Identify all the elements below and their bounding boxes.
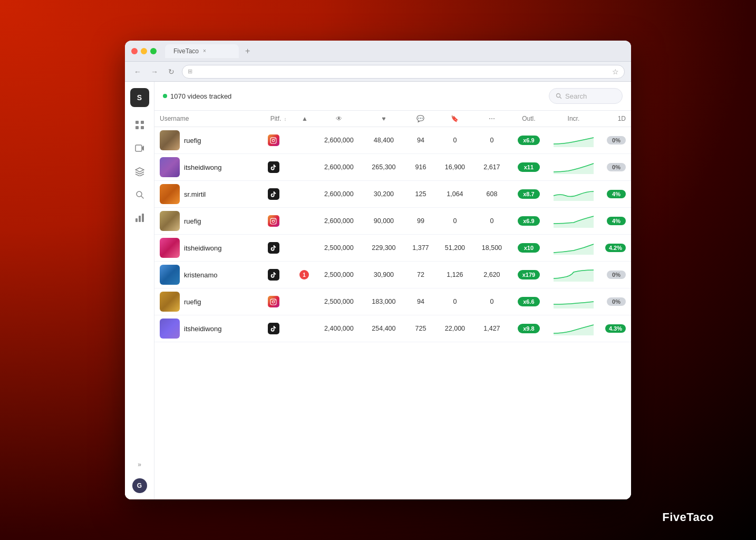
- svg-rect-8: [142, 214, 144, 222]
- tab-title: FiveTaco: [173, 47, 199, 55]
- col-increase[interactable]: Incr.: [547, 111, 600, 127]
- logo-letter: S: [137, 93, 142, 102]
- browser-window: FiveTaco × + ← → ↻ ⊞ ☆ S: [125, 41, 631, 499]
- sidebar-item-layers[interactable]: [130, 162, 149, 181]
- search-icon: [556, 93, 562, 99]
- col-bookmarks[interactable]: 🔖: [437, 111, 473, 127]
- minimize-button[interactable]: [141, 48, 147, 54]
- outlier-badge: x8.7: [518, 189, 540, 199]
- outlier-badge: x10: [518, 243, 540, 253]
- outlier-badge: x11: [518, 162, 540, 172]
- svg-point-9: [557, 94, 560, 98]
- cell-outlier: x11: [510, 154, 547, 181]
- instagram-icon: [268, 215, 279, 227]
- cell-platform: [263, 208, 294, 235]
- mini-chart: [553, 321, 595, 336]
- cell-percent: 4.3%: [600, 315, 631, 342]
- svg-point-17: [273, 301, 275, 303]
- table-row[interactable]: ruefig 2,600,000 48,400 94 0 0 x6.9: [154, 127, 631, 154]
- new-tab-button[interactable]: +: [245, 46, 250, 56]
- cell-shares: 2,620: [473, 262, 510, 288]
- sidebar-item-grid[interactable]: [130, 115, 149, 134]
- col-views[interactable]: 👁: [315, 111, 363, 127]
- outlier-badge: x9.8: [518, 324, 540, 333]
- col-comments[interactable]: 💬: [405, 111, 437, 127]
- cell-shares: 0: [473, 127, 510, 154]
- svg-rect-2: [135, 126, 139, 129]
- outlier-badge: x6.6: [518, 297, 540, 306]
- sidebar-expand-button[interactable]: »: [130, 455, 149, 474]
- search-box[interactable]: Search: [549, 88, 623, 104]
- col-pitf[interactable]: Pitf. ↕: [263, 111, 294, 127]
- cell-bookmarks: 0: [437, 127, 473, 154]
- green-dot: [163, 94, 167, 98]
- tiktok-icon: [268, 269, 279, 281]
- username-text: sr.mirtil: [184, 190, 206, 198]
- mini-chart: [553, 186, 595, 202]
- table-row[interactable]: itsheidiwong 2,500,000 229,300 1,377 51,…: [154, 235, 631, 262]
- cell-bookmarks: 51,200: [437, 235, 473, 262]
- cell-percent: 0%: [600, 127, 631, 154]
- refresh-button[interactable]: ↻: [165, 65, 178, 78]
- col-outlier[interactable]: Outl.: [510, 111, 547, 127]
- cell-views: 2,600,000: [315, 208, 363, 235]
- sidebar-item-video[interactable]: [130, 139, 149, 158]
- tab-close-icon[interactable]: ×: [203, 48, 206, 54]
- sidebar-avatar[interactable]: G: [132, 478, 147, 493]
- percent-badge: 0%: [607, 297, 626, 306]
- table-row[interactable]: sr.mirtil 2,600,000 30,200 125 1,064 608…: [154, 181, 631, 208]
- cell-shares: 1,427: [473, 315, 510, 342]
- col-likes[interactable]: ♥: [363, 111, 405, 127]
- close-button[interactable]: [131, 48, 138, 54]
- cell-percent: 0%: [600, 262, 631, 288]
- controls-icon: ⊞: [188, 68, 192, 75]
- cell-platform: [263, 288, 294, 315]
- col-triangle[interactable]: ▲: [294, 111, 315, 127]
- user-thumbnail: [160, 211, 180, 231]
- table-row[interactable]: itsheidiwong 2,400,000 254,400 725 22,00…: [154, 315, 631, 342]
- sidebar-bottom: » G: [130, 455, 149, 493]
- browser-tab[interactable]: FiveTaco ×: [165, 44, 239, 58]
- cell-percent: 0%: [600, 154, 631, 181]
- sidebar-item-chart[interactable]: [130, 208, 149, 227]
- videos-table: Username Pitf. ↕ ▲ 👁: [154, 111, 631, 342]
- mini-chart: [553, 132, 595, 148]
- cell-alert: 1: [294, 262, 315, 288]
- percent-badge: 0%: [607, 163, 626, 171]
- svg-point-12: [275, 138, 276, 139]
- cell-bookmarks: 0: [437, 208, 473, 235]
- col-username: Username: [154, 111, 263, 127]
- table-row[interactable]: itsheidiwong 2,600,000 265,300 916 16,90…: [154, 154, 631, 181]
- bookmark-icon[interactable]: ☆: [612, 68, 619, 76]
- cell-outlier: x179: [510, 262, 547, 288]
- mini-chart: [553, 240, 595, 256]
- table-row[interactable]: kristenamo 1 2,500,000 30,900 72 1,126 2…: [154, 262, 631, 288]
- username-text: kristenamo: [184, 271, 218, 279]
- sidebar-item-search[interactable]: [130, 185, 149, 204]
- table-row[interactable]: ruefig 2,600,000 90,000 99 0 0 x6.9: [154, 208, 631, 235]
- user-thumbnail: [160, 265, 180, 285]
- cell-alert: [294, 235, 315, 262]
- cell-shares: 2,617: [473, 154, 510, 181]
- svg-rect-0: [135, 121, 139, 124]
- user-thumbnail: [160, 319, 180, 339]
- forward-button[interactable]: →: [148, 65, 161, 78]
- maximize-button[interactable]: [150, 48, 157, 54]
- cell-likes: 30,200: [363, 181, 405, 208]
- cell-username: itsheidiwong: [154, 235, 263, 262]
- cell-username: kristenamo: [154, 262, 263, 288]
- back-button[interactable]: ←: [131, 65, 144, 78]
- percent-badge: 0%: [607, 271, 626, 279]
- traffic-lights: [131, 48, 157, 54]
- table-row[interactable]: ruefig 2,500,000 183,000 94 0 0 x6.6: [154, 288, 631, 315]
- username-text: ruefig: [184, 137, 201, 144]
- outlier-badge: x179: [518, 270, 540, 279]
- col-shares[interactable]: ⋯: [473, 111, 510, 127]
- address-bar[interactable]: ⊞ ☆: [182, 65, 625, 79]
- cell-username: ruefig: [154, 208, 263, 235]
- cell-likes: 265,300: [363, 154, 405, 181]
- cell-alert: [294, 288, 315, 315]
- sidebar: S: [125, 82, 154, 499]
- cell-alert: [294, 154, 315, 181]
- col-oneday[interactable]: 1D: [600, 111, 631, 127]
